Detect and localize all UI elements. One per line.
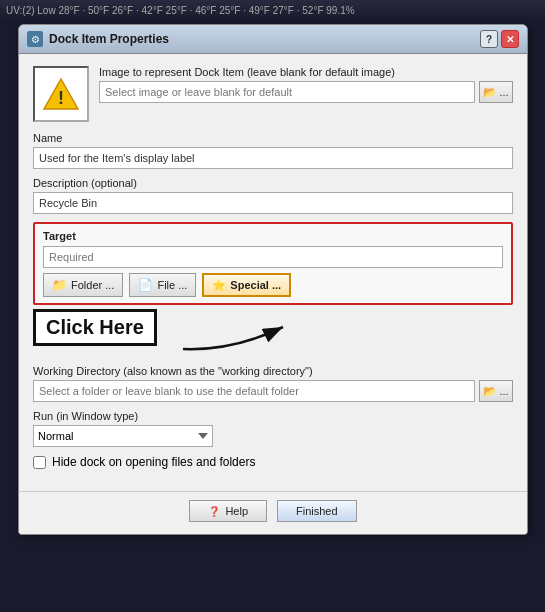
- help-window-button[interactable]: ?: [480, 30, 498, 48]
- image-section: ! Image to represent Dock Item (leave bl…: [33, 66, 513, 122]
- warning-icon: !: [42, 77, 80, 111]
- hide-dock-label: Hide dock on opening files and folders: [52, 455, 255, 469]
- run-select[interactable]: Normal Minimized Maximized: [33, 425, 213, 447]
- taskbar: UV:(2) Low 28°F · 50°F 26°F · 42°F 25°F …: [0, 0, 545, 20]
- working-dir-input[interactable]: [33, 380, 475, 402]
- name-section: Name: [33, 132, 513, 169]
- image-right: Image to represent Dock Item (leave blan…: [99, 66, 513, 103]
- hide-dock-checkbox[interactable]: [33, 456, 46, 469]
- description-section: Description (optional): [33, 177, 513, 214]
- hide-dock-row: Hide dock on opening files and folders: [33, 455, 513, 469]
- finished-button[interactable]: Finished: [277, 500, 357, 522]
- file-button[interactable]: File ...: [129, 273, 196, 297]
- svg-text:!: !: [58, 88, 64, 108]
- working-dir-section: Working Directory (also known as the "wo…: [33, 365, 513, 402]
- working-dir-label: Working Directory (also known as the "wo…: [33, 365, 513, 377]
- close-window-button[interactable]: ✕: [501, 30, 519, 48]
- run-label: Run (in Window type): [33, 410, 513, 422]
- dialog-footer: Help Finished: [19, 491, 527, 534]
- special-icon: [212, 279, 226, 292]
- title-icon: ⚙: [27, 31, 43, 47]
- browse-icon: [483, 86, 497, 99]
- help-icon: [208, 505, 220, 517]
- image-label: Image to represent Dock Item (leave blan…: [99, 66, 513, 78]
- dialog-body: ! Image to represent Dock Item (leave bl…: [19, 54, 527, 491]
- title-bar: ⚙ Dock Item Properties ? ✕: [19, 25, 527, 54]
- dialog-window: ⚙ Dock Item Properties ? ✕ ! I: [18, 24, 528, 535]
- annotation-container: Click Here: [33, 309, 513, 357]
- folder-icon: [52, 278, 67, 292]
- target-section: Target Folder ... File ... Special ...: [33, 222, 513, 305]
- image-preview: !: [33, 66, 89, 122]
- working-dir-browse-button[interactable]: ...: [479, 380, 513, 402]
- target-label: Target: [43, 230, 503, 242]
- file-icon: [138, 278, 153, 292]
- name-label: Name: [33, 132, 513, 144]
- description-input[interactable]: [33, 192, 513, 214]
- image-input-row: ...: [99, 81, 513, 103]
- description-label: Description (optional): [33, 177, 513, 189]
- title-controls: ? ✕: [480, 30, 519, 48]
- special-button[interactable]: Special ...: [202, 273, 291, 297]
- title-bar-left: ⚙ Dock Item Properties: [27, 31, 169, 47]
- taskbar-text: UV:(2) Low 28°F · 50°F 26°F · 42°F 25°F …: [6, 5, 355, 16]
- name-input[interactable]: [33, 147, 513, 169]
- dialog-title: Dock Item Properties: [49, 32, 169, 46]
- help-button[interactable]: Help: [189, 500, 267, 522]
- run-section: Run (in Window type) Normal Minimized Ma…: [33, 410, 513, 447]
- working-dir-row: ...: [33, 380, 513, 402]
- browse-icon-2: [483, 385, 497, 398]
- target-input[interactable]: [43, 246, 503, 268]
- image-browse-button[interactable]: ...: [479, 81, 513, 103]
- arrow-annotation: [153, 309, 313, 357]
- target-buttons: Folder ... File ... Special ...: [43, 273, 503, 297]
- click-here-label: Click Here: [33, 309, 157, 346]
- folder-button[interactable]: Folder ...: [43, 273, 123, 297]
- image-input[interactable]: [99, 81, 475, 103]
